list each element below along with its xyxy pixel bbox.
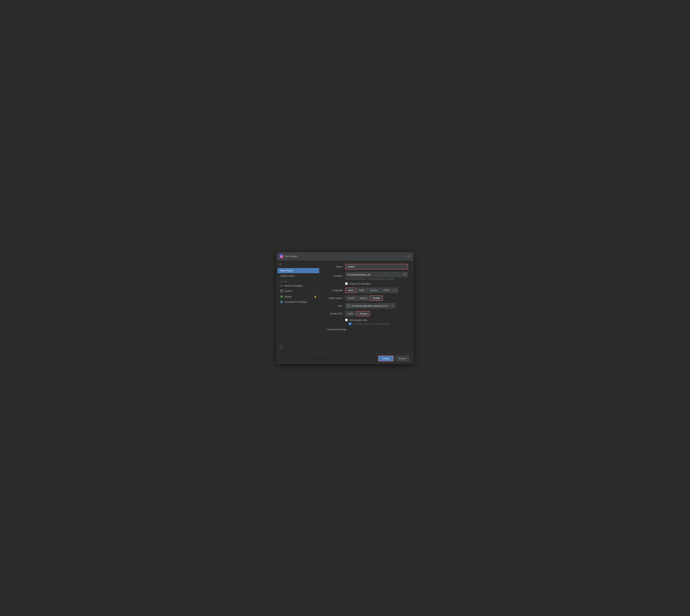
jdk-value: 21 Oracle OpenJDK version 21.0.1 bbox=[352, 305, 388, 307]
chevron-right-icon: › bbox=[325, 328, 326, 330]
location-input[interactable] bbox=[345, 272, 401, 277]
language-kotlin-button[interactable]: Kotlin bbox=[356, 288, 367, 293]
jdk-select[interactable]: 21 Oracle OpenJDK version 21.0.1 ▼ bbox=[345, 303, 396, 308]
sidebar-item-label: New Project bbox=[280, 269, 293, 272]
jdk-label: JDK: bbox=[325, 305, 343, 307]
javafx-icon bbox=[280, 290, 283, 293]
jdk-icon bbox=[347, 305, 350, 307]
dsl-groovy-button[interactable]: Groovy bbox=[357, 311, 370, 316]
language-add-button[interactable]: + bbox=[393, 288, 398, 293]
help-button[interactable]: ? bbox=[277, 343, 320, 351]
location-field: Project will be created in: D:\workspace… bbox=[345, 272, 408, 280]
sidebar-item-empty-project[interactable]: Empty Project bbox=[277, 273, 319, 279]
svg-line-1 bbox=[281, 265, 282, 265]
sidebar-item-compose[interactable]: Compose for Desktop bbox=[277, 299, 319, 305]
search-box bbox=[277, 262, 320, 268]
git-checkbox-row: Create Git repository bbox=[345, 282, 371, 285]
jdk-dropdown-arrow: ▼ bbox=[392, 305, 394, 307]
gradle-dsl-toggle-group: Kotlin Groovy bbox=[345, 311, 370, 316]
maven-icon: m bbox=[280, 284, 283, 287]
dialog-title: New Project bbox=[285, 255, 297, 258]
svg-point-5 bbox=[281, 302, 282, 303]
sidebar-item-label: Compose for Desktop bbox=[285, 301, 307, 303]
sample-code-row: Add sample code Generate code with onboa… bbox=[325, 319, 408, 325]
sidebar-item-label: JavaFX bbox=[285, 290, 292, 292]
title-bar: IJ New Project ✕ bbox=[277, 252, 413, 260]
advanced-settings-row[interactable]: › Advanced Settings bbox=[325, 328, 408, 331]
gradle-dsl-row: Gradle DSL: Kotlin Groovy bbox=[325, 311, 408, 316]
sample-code-options: Add sample code Generate code with onboa… bbox=[345, 319, 389, 325]
sidebar-item-label: Spring bbox=[285, 295, 291, 298]
build-intellij-button[interactable]: IntelliJ bbox=[345, 295, 357, 301]
dialog-footer: Create Cancel bbox=[277, 353, 413, 364]
sidebar: New Project Empty Project Generators m M… bbox=[277, 260, 320, 353]
sidebar-item-label: Maven Archetype bbox=[285, 284, 303, 287]
compose-icon bbox=[280, 301, 283, 303]
name-field bbox=[345, 264, 408, 269]
intellij-logo: IJ bbox=[280, 254, 283, 258]
close-button[interactable]: ✕ bbox=[406, 254, 410, 258]
create-git-label[interactable]: Create Git repository bbox=[349, 282, 371, 285]
build-system-row: Build system: IntelliJ Maven Gradle bbox=[325, 295, 408, 301]
build-maven-button[interactable]: Maven bbox=[357, 295, 370, 301]
language-java-button[interactable]: Java bbox=[345, 288, 356, 293]
generate-code-checkbox[interactable] bbox=[349, 323, 351, 325]
name-input[interactable] bbox=[345, 264, 408, 269]
location-row: Location: Project will be created in: D:… bbox=[325, 272, 408, 280]
search-input[interactable] bbox=[283, 263, 318, 266]
title-bar-left: IJ New Project bbox=[280, 254, 297, 258]
advanced-settings-label: Advanced Settings bbox=[327, 328, 346, 331]
sidebar-item-new-project[interactable]: New Project bbox=[277, 268, 319, 273]
add-sample-code-label[interactable]: Add sample code bbox=[349, 319, 367, 322]
language-groovy-button[interactable]: Groovy bbox=[368, 288, 380, 293]
svg-rect-8 bbox=[347, 305, 350, 307]
search-icon bbox=[279, 263, 282, 266]
language-row: Language: Java Kotlin Groovy HTML + bbox=[325, 288, 408, 293]
dsl-kotlin-button[interactable]: Kotlin bbox=[345, 311, 356, 316]
build-system-label: Build system: bbox=[325, 297, 343, 300]
jdk-row: JDK: 21 Oracle OpenJDK version 21.0.1 ▼ bbox=[325, 303, 408, 308]
new-project-dialog: IJ New Project ✕ New Project bbox=[277, 252, 413, 364]
generate-code-label[interactable]: Generate code with onboarding tips bbox=[353, 323, 389, 325]
language-label: Language: bbox=[325, 289, 343, 291]
generators-section-label: Generators bbox=[277, 279, 320, 283]
sidebar-item-spring[interactable]: Spring 🔒 bbox=[277, 294, 319, 299]
location-hint: Project will be created in: D:\workspace… bbox=[345, 278, 408, 280]
spring-icon bbox=[280, 295, 283, 298]
location-label: Location: bbox=[325, 274, 343, 277]
generate-code-row: Generate code with onboarding tips bbox=[345, 323, 389, 325]
add-sample-checkbox-row: Add sample code bbox=[345, 319, 389, 322]
language-toggle-group: Java Kotlin Groovy HTML + bbox=[345, 288, 398, 293]
sidebar-item-label: Empty Project bbox=[280, 274, 295, 277]
svg-rect-2 bbox=[281, 290, 283, 292]
main-content: Name: Location: bbox=[320, 260, 413, 353]
build-gradle-button[interactable]: Gradle bbox=[370, 295, 383, 301]
location-wrap bbox=[345, 272, 408, 277]
gradle-dsl-label: Gradle DSL: bbox=[325, 312, 343, 315]
create-git-checkbox[interactable] bbox=[345, 282, 348, 285]
sidebar-item-javafx[interactable]: JavaFX bbox=[277, 288, 319, 294]
form-section: Name: Location: bbox=[325, 264, 408, 331]
create-button[interactable]: Create bbox=[378, 355, 394, 361]
cancel-button[interactable]: Cancel bbox=[396, 355, 409, 361]
add-sample-code-checkbox[interactable] bbox=[345, 319, 348, 321]
name-label: Name: bbox=[325, 265, 343, 268]
sidebar-item-maven[interactable]: m Maven Archetype bbox=[277, 283, 319, 288]
lock-icon: 🔒 bbox=[314, 295, 317, 298]
svg-text:?: ? bbox=[280, 346, 282, 348]
language-html-button[interactable]: HTML bbox=[381, 288, 392, 293]
dialog-body: New Project Empty Project Generators m M… bbox=[277, 260, 413, 353]
git-repo-row: Create Git repository bbox=[325, 282, 408, 285]
build-system-toggle-group: IntelliJ Maven Gradle bbox=[345, 295, 383, 301]
folder-browse-button[interactable] bbox=[402, 272, 408, 277]
name-row: Name: bbox=[325, 264, 408, 269]
